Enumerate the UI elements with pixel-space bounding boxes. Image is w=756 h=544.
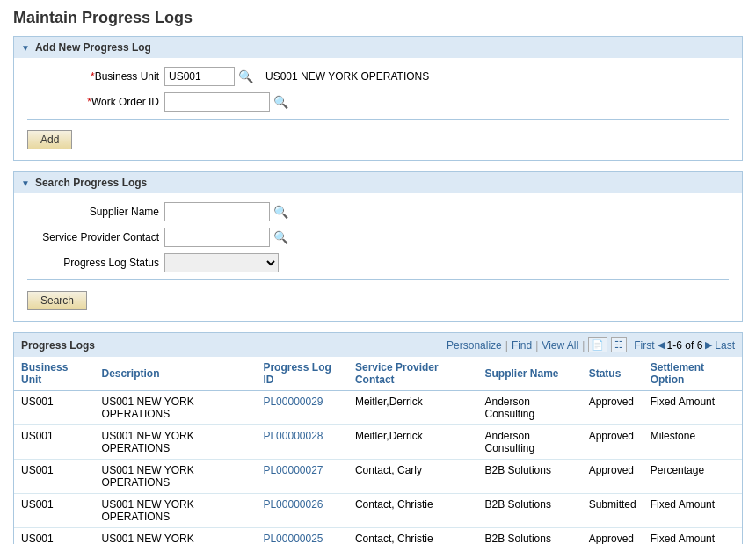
work-order-label: *Work Order ID [27,96,159,108]
progress-log-id-link[interactable]: PL00000025 [263,533,323,544]
table-row: US001US001 NEW YORK OPERATIONSPL00000026… [14,494,742,528]
cell-settlement-option: Fixed Amount [643,391,742,425]
progress-logs-table-section: Progress Logs Personalize | Find | View … [13,332,743,544]
cell-status: Approved [582,460,643,494]
cell-status: Approved [582,391,643,425]
table-body: US001US001 NEW YORK OPERATIONSPL00000029… [14,391,742,545]
search-section-title: Search Progress Logs [35,177,147,189]
search-section-header: ▼ Search Progress Logs [14,172,742,193]
table-header-row: Business Unit Description Progress Log I… [14,357,742,391]
cell-progress-log-id: PL00000025 [256,528,348,545]
table-row: US001US001 NEW YORK OPERATIONSPL00000027… [14,460,742,494]
progress-log-status-input-group: Approved Submitted Open Closed [164,253,279,272]
cell-business-unit: US001 [14,528,95,545]
table-row: US001US001 NEW YORK OPERATIONSPL00000029… [14,391,742,425]
table-controls: Personalize | Find | View All | 📄 ☷ [447,337,627,352]
business-unit-lookup-icon[interactable]: 🔍 [238,69,253,83]
service-provider-input-group: 🔍 [164,228,288,247]
progress-log-id-link[interactable]: PL00000026 [263,498,323,511]
last-link[interactable]: Last [715,339,735,352]
cell-settlement-option: Fixed Amount [643,494,742,528]
grid-icon-btn[interactable]: ☷ [611,337,627,352]
col-business-unit: Business Unit [14,357,95,391]
progress-log-status-select[interactable]: Approved Submitted Open Closed [164,253,279,272]
col-settlement-option: Settlement Option [643,357,742,391]
search-button[interactable]: Search [27,291,87,310]
col-status: Status [582,357,643,391]
pagination: First ◀ 1-6 of 6 ▶ Last [634,339,735,352]
cell-description: US001 NEW YORK OPERATIONS [95,391,257,425]
cell-status: Approved [582,425,643,460]
cell-service-provider-contact: Meitler,Derrick [348,425,478,460]
service-provider-label: Service Provider Contact [27,231,159,243]
search-section-divider [27,279,729,280]
search-progress-log-section: ▼ Search Progress Logs Supplier Name 🔍 S… [13,171,743,322]
supplier-name-row: Supplier Name 🔍 [27,202,729,221]
table-row: US001US001 NEW YORK OPERATIONSPL00000025… [14,528,742,545]
first-link[interactable]: First [634,339,654,352]
service-provider-input[interactable] [164,228,270,247]
progress-log-id-link[interactable]: PL00000029 [263,395,323,408]
business-unit-input[interactable] [164,67,235,86]
table-head: Business Unit Description Progress Log I… [14,357,742,391]
cell-settlement-option: Milestone [643,425,742,460]
business-unit-description: US001 NEW YORK OPERATIONS [265,70,429,83]
cell-progress-log-id: PL00000027 [256,460,348,494]
work-order-input[interactable] [164,92,270,112]
col-description: Description [95,357,257,391]
cell-supplier-name: B2B Solutions [478,528,582,545]
supplier-name-lookup-icon[interactable]: 🔍 [273,205,288,219]
supplier-name-label: Supplier Name [27,206,159,218]
view-all-link[interactable]: View All [542,339,578,352]
cell-supplier-name: Anderson Consulting [478,391,582,425]
add-section-divider [27,119,729,120]
supplier-name-input-group: 🔍 [164,202,288,221]
supplier-name-input[interactable] [164,202,270,221]
add-progress-log-section: ▼ Add New Progress Log *Business Unit 🔍 … [13,36,743,161]
search-section-body: Supplier Name 🔍 Service Provider Contact… [14,193,742,321]
cell-supplier-name: Anderson Consulting [478,425,582,460]
work-order-row: *Work Order ID 🔍 [27,92,729,112]
progress-logs-table: Business Unit Description Progress Log I… [14,357,742,544]
search-section-chevron: ▼ [21,178,30,188]
progress-log-id-link[interactable]: PL00000027 [263,464,323,476]
pagination-range: 1-6 of 6 [667,339,703,352]
cell-description: US001 NEW YORK OPERATIONS [95,460,257,494]
col-service-provider-contact: Service Provider Contact [348,357,478,391]
add-button[interactable]: Add [27,130,72,149]
cell-service-provider-contact: Meitler,Derrick [348,391,478,425]
cell-business-unit: US001 [14,425,95,460]
export-icon-btn[interactable]: 📄 [588,337,607,352]
cell-status: Submitted [582,494,643,528]
progress-log-status-row: Progress Log Status Approved Submitted O… [27,253,729,272]
cell-business-unit: US001 [14,391,95,425]
cell-settlement-option: Fixed Amount [643,528,742,545]
service-provider-row: Service Provider Contact 🔍 [27,228,729,247]
cell-service-provider-contact: Contact, Christie [348,528,478,545]
service-provider-lookup-icon[interactable]: 🔍 [273,230,288,244]
page-title: Maintain Progress Logs [13,9,743,27]
work-order-lookup-icon[interactable]: 🔍 [273,95,288,109]
table-title: Progress Logs [21,339,95,352]
business-unit-label: *Business Unit [27,70,159,83]
cell-service-provider-contact: Contact, Christie [348,494,478,528]
add-section-header: ▼ Add New Progress Log [14,37,742,58]
business-unit-input-group: 🔍 US001 NEW YORK OPERATIONS [164,67,429,86]
cell-status: Approved [582,528,643,545]
cell-description: US001 NEW YORK OPERATIONS [95,494,257,528]
table-header-bar: Progress Logs Personalize | Find | View … [14,333,742,357]
work-order-input-group: 🔍 [164,92,288,112]
col-supplier-name: Supplier Name [478,357,582,391]
business-unit-row: *Business Unit 🔍 US001 NEW YORK OPERATIO… [27,67,729,86]
next-arrow[interactable]: ▶ [705,339,712,351]
cell-supplier-name: B2B Solutions [478,494,582,528]
add-section-title: Add New Progress Log [35,41,151,54]
find-link[interactable]: Find [512,339,532,352]
personalize-link[interactable]: Personalize [447,339,502,352]
add-section-body: *Business Unit 🔍 US001 NEW YORK OPERATIO… [14,58,742,160]
cell-description: US001 NEW YORK OPERATIONS [95,425,257,460]
progress-log-id-link[interactable]: PL00000028 [263,430,323,442]
prev-arrow[interactable]: ◀ [658,339,665,351]
progress-log-status-label: Progress Log Status [27,257,159,269]
cell-progress-log-id: PL00000026 [256,494,348,528]
